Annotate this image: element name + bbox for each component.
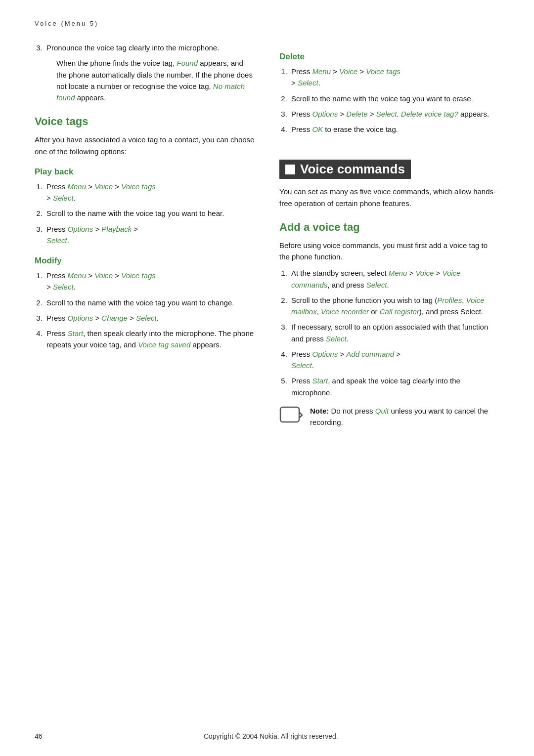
modify-menu-1: Menu: [68, 271, 87, 280]
playback-playback-3: Playback: [101, 225, 132, 233]
playback-voice-1: Voice: [94, 182, 113, 191]
modify-change-3: Change: [101, 314, 128, 322]
playback-list: Press Menu > Voice > Voice tags> Select.…: [44, 181, 255, 246]
add-menu-1: Menu: [389, 269, 407, 277]
no-match-found-text: No match found: [56, 82, 245, 102]
voice-commands-square-icon: [285, 165, 295, 174]
right-column: Delete Press Menu > Voice > Voice tags> …: [279, 42, 499, 428]
delete-select-1: Select: [298, 79, 318, 87]
modify-item-3: Press Options > Change > Select.: [44, 312, 255, 324]
found-text: Found: [177, 59, 198, 67]
delete-select-3: Select: [376, 110, 397, 118]
delete-item-1: Press Menu > Voice > Voice tags> Select.: [289, 66, 499, 89]
voice-commands-label: Voice commands: [300, 162, 405, 177]
intro-indent: When the phone finds the voice tag, Foun…: [56, 57, 255, 103]
add-start-5: Start: [312, 377, 328, 385]
note-icon: [279, 406, 303, 425]
delete-item-2: Scroll to the name with the voice tag yo…: [289, 93, 499, 104]
voice-commands-desc: You can set as many as five voice comman…: [279, 186, 499, 209]
page-header: Voice (Menu 5): [35, 20, 499, 27]
note-label: Note:: [310, 407, 329, 415]
delete-voicetags-1: Voice tags: [366, 67, 400, 76]
delete-delete-3: Delete: [346, 110, 367, 118]
add-addcommand-4: Add command: [346, 350, 394, 358]
header-text: Voice (Menu 5): [35, 20, 98, 27]
note-quit: Quit: [375, 407, 389, 415]
modify-voice-1: Voice: [94, 271, 113, 280]
playback-select-3: Select: [46, 236, 67, 245]
playback-item-2: Scroll to the name with the voice tag yo…: [44, 208, 255, 219]
add-options-4: Options: [312, 350, 338, 358]
add-item-1: At the standby screen, select Menu > Voi…: [289, 267, 499, 291]
playback-menu-1: Menu: [68, 182, 87, 191]
modify-item-1: Press Menu > Voice > Voice tags> Select.: [44, 270, 255, 293]
add-item-4: Press Options > Add command >Select.: [289, 348, 499, 372]
add-select-4: Select: [291, 361, 312, 370]
add-select-1: Select: [366, 281, 387, 289]
intro-list: Pronounce the voice tag clearly into the…: [44, 42, 255, 103]
note-box: Note: Do not press Quit unless you want …: [279, 405, 499, 428]
svg-rect-0: [280, 407, 299, 422]
modify-item-2: Scroll to the name with the voice tag yo…: [44, 297, 255, 308]
playback-title: Play back: [35, 167, 255, 177]
modify-start-4: Start: [68, 329, 84, 337]
add-item-5: Press Start, and speak the voice tag cle…: [289, 375, 499, 398]
playback-item-1: Press Menu > Voice > Voice tags> Select.: [44, 181, 255, 204]
voice-tags-desc: After you have associated a voice tag to…: [35, 134, 255, 157]
add-item-2: Scroll to the phone function you wish to…: [289, 294, 499, 318]
voice-tags-title: Voice tags: [35, 115, 255, 128]
add-voice-tag-desc: Before using voice commands, you must fi…: [279, 240, 499, 263]
modify-select-3: Select: [136, 314, 157, 322]
intro-item-3: Pronounce the voice tag clearly into the…: [44, 42, 255, 103]
add-voice-tag-list: At the standby screen, select Menu > Voi…: [289, 267, 499, 398]
add-voicerecorder-2: Voice recorder: [321, 307, 369, 316]
add-profiles-2: Profiles: [437, 296, 462, 304]
playback-item-3: Press Options > Playback >Select.: [44, 223, 255, 247]
modify-item-4: Press Start, then speak clearly into the…: [44, 328, 255, 351]
modify-title: Modify: [35, 256, 255, 266]
modify-list: Press Menu > Voice > Voice tags> Select.…: [44, 270, 255, 351]
delete-list: Press Menu > Voice > Voice tags> Select.…: [289, 66, 499, 135]
add-callregister-2: Call register: [380, 307, 419, 316]
main-content: Pronounce the voice tag clearly into the…: [35, 42, 499, 428]
playback-options-3: Options: [68, 225, 93, 233]
add-item-3: If necessary, scroll to an option associ…: [289, 321, 499, 344]
add-voice-1: Voice: [415, 269, 434, 277]
delete-voice-1: Voice: [339, 67, 357, 76]
add-select-3: Select: [326, 335, 347, 343]
modify-voicetags-1: Voice tags: [121, 271, 156, 280]
delete-item-3: Press Options > Delete > Select. Delete …: [289, 108, 499, 120]
voice-commands-title: Voice commands: [279, 160, 411, 179]
delete-ok-4: OK: [312, 125, 323, 133]
delete-title: Delete: [279, 52, 499, 62]
playback-voicetags-1: Voice tags: [121, 182, 156, 191]
modify-select-1: Select: [53, 283, 74, 291]
playback-select-1: Select: [53, 194, 74, 202]
delete-item-4: Press OK to erase the voice tag.: [289, 124, 499, 135]
copyright: Copyright © 2004 Nokia. All rights reser…: [43, 732, 499, 740]
add-voice-tag-title: Add a voice tag: [279, 221, 499, 234]
delete-menu-1: Menu: [312, 67, 331, 76]
page-number: 46: [35, 732, 43, 740]
page-footer: 46 Copyright © 2004 Nokia. All rights re…: [35, 732, 499, 740]
delete-voice-tag-q: Delete voice tag?: [401, 110, 458, 118]
page: Voice (Menu 5) Pronounce the voice tag c…: [0, 0, 534, 756]
voice-commands-section: Voice commands You can set as many as fi…: [279, 150, 499, 209]
left-column: Pronounce the voice tag clearly into the…: [35, 42, 255, 428]
modify-options-3: Options: [68, 314, 93, 322]
note-text: Note: Do not press Quit unless you want …: [310, 405, 499, 428]
modify-voicetagsaved-4: Voice tag saved: [138, 340, 190, 349]
delete-options-3: Options: [312, 110, 338, 118]
